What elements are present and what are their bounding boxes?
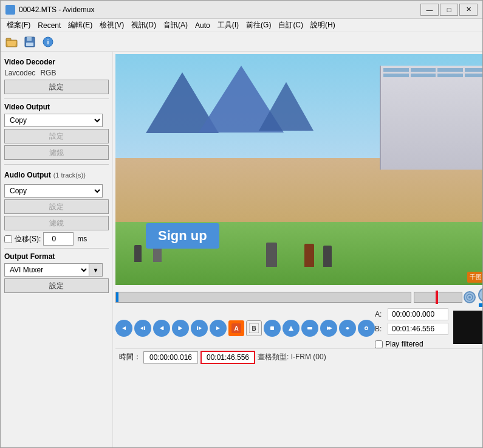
volume-indicator: [436, 291, 438, 304]
nav-btn-3[interactable]: [301, 320, 318, 337]
menu-custom[interactable]: 自訂(C): [275, 19, 307, 32]
video-decoder-settings-button[interactable]: 設定: [4, 80, 109, 94]
volume-slider[interactable]: [414, 292, 462, 303]
svg-rect-35: [307, 327, 312, 329]
offset-row: 位移(S): ms: [4, 232, 109, 246]
video-output-select[interactable]: Copy Lavc MPEG4 x264 x265: [4, 114, 103, 127]
offset-checkbox[interactable]: [4, 235, 12, 243]
play-forward-icon: [214, 324, 222, 333]
info-icon: i: [42, 36, 54, 48]
building-windows: [381, 66, 482, 80]
video-preview: Sign up 千图网: [115, 54, 482, 285]
controls-row: A B: [115, 308, 482, 348]
output-format-select[interactable]: AVI Muxer MP4 Muxer MKV Muxer: [4, 263, 89, 277]
right-mini-panel: [478, 288, 482, 307]
total-time-box: 00:01:46.556: [200, 351, 255, 364]
play-reverse-button[interactable]: [115, 320, 132, 337]
audio-output-select-row: Copy AAC MP3 AC3: [4, 184, 109, 198]
timeline-row: [115, 288, 482, 307]
ground-bg: [115, 158, 482, 285]
bottom-controls: A B: [115, 285, 482, 365]
menu-recent[interactable]: Recent: [34, 20, 64, 31]
output-format-title: Output Format: [4, 252, 109, 261]
forward-many-button[interactable]: [191, 320, 208, 337]
audio-output-title: Audio Output: [4, 171, 51, 179]
output-format-arrow[interactable]: ▼: [89, 263, 103, 277]
signup-overlay[interactable]: Sign up: [146, 223, 219, 249]
volume-area: [414, 291, 476, 303]
toolbar: i: [1, 32, 482, 52]
main-content: Video Decoder Lavcodec RGB 設定 Video Outp…: [1, 52, 482, 447]
forward-many-icon: [195, 324, 204, 333]
svg-rect-31: [270, 326, 274, 330]
person-4: [304, 244, 314, 267]
nav-btn-5[interactable]: [339, 320, 356, 337]
menu-tools[interactable]: 工具(I): [214, 19, 242, 32]
nav-icon-5: [343, 324, 352, 333]
nav-icon-6: [362, 324, 371, 333]
menu-audio[interactable]: 音訊(A): [160, 19, 191, 32]
b-time: 00:01:46.556: [388, 323, 448, 335]
mark-a-button[interactable]: A: [228, 320, 244, 336]
maximize-button[interactable]: □: [440, 4, 458, 16]
audio-output-settings-button[interactable]: 設定: [4, 199, 109, 214]
back-one-button[interactable]: [153, 320, 170, 337]
thumbnail-preview: [453, 311, 482, 344]
menu-help[interactable]: 說明(H): [307, 19, 339, 32]
title-bar: 00042.MTS - Avidemux — □ ✕: [1, 1, 482, 19]
open-icon: [5, 36, 18, 47]
audio-output-select[interactable]: Copy AAC MP3 AC3: [4, 184, 103, 198]
play-filtered-checkbox[interactable]: [375, 340, 383, 348]
svg-rect-1: [6, 38, 11, 41]
output-format-settings-button[interactable]: 設定: [4, 278, 109, 293]
menu-view[interactable]: 檢視(V): [96, 19, 128, 32]
play-reverse-icon: [120, 324, 128, 333]
timeline-indicator: [116, 292, 118, 302]
nav-btn-6[interactable]: [358, 320, 375, 337]
back-many-icon: [139, 324, 147, 333]
play-filtered-label: Play filtered: [385, 340, 423, 348]
save-button[interactable]: [21, 33, 38, 50]
menu-bar: 檔案(F) Recent 編輯(E) 檢視(V) 視訊(D) 音訊(A) Aut…: [1, 19, 482, 32]
mini-knob[interactable]: [478, 288, 482, 302]
timeline-bar[interactable]: [115, 292, 411, 303]
speaker-icon: [466, 294, 473, 301]
info-button[interactable]: i: [39, 33, 57, 50]
forward-one-icon: [176, 324, 185, 333]
nav-icon-1: [268, 324, 276, 333]
nav-btn-4[interactable]: [320, 320, 337, 337]
menu-edit[interactable]: 編輯(E): [64, 19, 96, 32]
watermark: 千图网: [467, 272, 482, 283]
mini-indicator: [479, 303, 482, 307]
b-row: B: 00:01:46.556: [375, 323, 448, 335]
mark-b-icon: B: [249, 323, 259, 333]
audio-output-filter-button[interactable]: 濾鏡: [4, 216, 109, 230]
video-output-settings-button[interactable]: 設定: [4, 129, 109, 143]
offset-spinbox[interactable]: [43, 232, 74, 246]
nav-btn-2[interactable]: [283, 320, 300, 337]
svg-text:i: i: [47, 38, 49, 46]
mark-b-button[interactable]: B: [246, 320, 262, 336]
menu-file[interactable]: 檔案(F): [3, 19, 34, 32]
person-5: [323, 246, 332, 267]
video-decoder-title: Video Decoder: [4, 58, 109, 66]
menu-auto[interactable]: Auto: [191, 20, 214, 31]
mark-a-icon: A: [231, 323, 241, 333]
nav-icon-2: [287, 324, 295, 333]
video-output-filter-button[interactable]: 濾鏡: [4, 145, 109, 160]
svg-rect-17: [163, 326, 164, 330]
play-forward-button[interactable]: [210, 320, 227, 337]
forward-one-button[interactable]: [172, 320, 189, 337]
nav-btn-1[interactable]: [264, 320, 281, 337]
close-button[interactable]: ✕: [459, 4, 478, 16]
menu-goto[interactable]: 前往(G): [242, 19, 275, 32]
svg-rect-5: [32, 38, 33, 40]
back-many-button[interactable]: [134, 320, 151, 337]
audio-output-subtitle: (1 track(s)): [53, 171, 86, 179]
offset-label: 位移(S):: [15, 234, 41, 244]
window-title: 00042.MTS - Avidemux: [19, 5, 420, 14]
menu-video[interactable]: 視訊(D): [128, 19, 160, 32]
main-window: 00042.MTS - Avidemux — □ ✕ 檔案(F) Recent …: [0, 0, 483, 448]
open-button[interactable]: [3, 33, 20, 50]
minimize-button[interactable]: —: [420, 4, 439, 16]
